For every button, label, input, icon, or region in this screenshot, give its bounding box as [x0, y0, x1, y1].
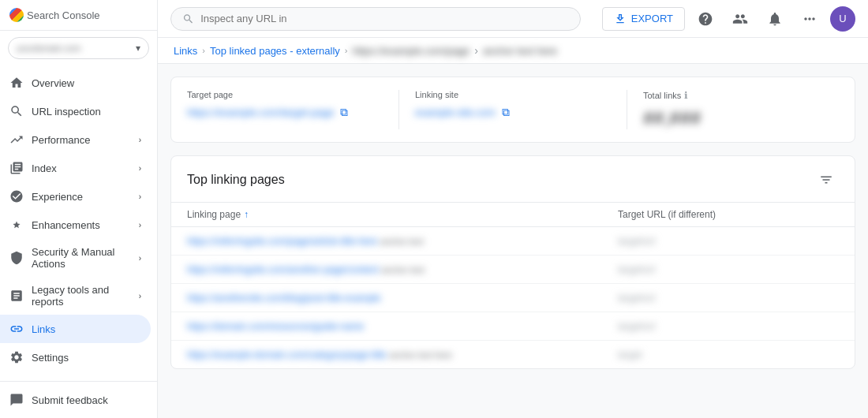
sidebar-item-url-inspection-label: URL inspection [32, 106, 101, 118]
sidebar-item-legacy-label: Legacy tools and reports [32, 284, 131, 308]
breadcrumb-links[interactable]: Links [174, 45, 197, 57]
col-header-target-url[interactable]: Target URL (if different) [618, 209, 839, 220]
search-input[interactable] [200, 13, 569, 24]
feedback-button[interactable]: Submit feedback [0, 385, 157, 415]
target-page-value-row: https://example.com/target-page ⧉ [187, 106, 383, 119]
links-icon [9, 322, 24, 336]
app-logo: Search Console [9, 8, 100, 22]
sidebar-item-experience[interactable]: Experience › [0, 182, 151, 211]
google-logo-icon [9, 8, 24, 22]
row-url-5[interactable]: https://example-domain.com/category/page… [187, 349, 387, 360]
chevron-right-icon: › [139, 136, 141, 144]
sidebar-item-security-label: Security & Manual Actions [32, 246, 131, 270]
table-title: Top linking pages [187, 173, 285, 187]
settings-icon [9, 350, 24, 364]
legacy-icon [9, 289, 24, 303]
row-link-cell: https://referringsite.com/another-page/c… [187, 263, 618, 275]
account-switcher-button[interactable] [726, 5, 754, 33]
row-target-3: target/url [618, 293, 839, 304]
export-button[interactable]: EXPORT [602, 7, 685, 31]
sidebar-item-performance-label: Performance [32, 134, 90, 146]
security-icon [9, 251, 24, 265]
sidebar-item-url-inspection[interactable]: URL inspection [0, 97, 151, 125]
feedback-label: Submit feedback [32, 394, 108, 406]
user-avatar[interactable]: U [830, 6, 855, 32]
row-sub-1: anchor text [380, 237, 423, 246]
export-label: EXPORT [631, 13, 673, 24]
sidebar: Search Console yourdomain.com ▾ Overview… [0, 0, 158, 418]
breadcrumb-arrow: › [474, 44, 478, 57]
main-content: EXPORT U Links › Top linked pages - exte… [158, 0, 868, 418]
chevron-right-icon: › [139, 221, 141, 230]
chevron-right-icon: › [139, 292, 141, 300]
breadcrumb-url: https://example.com/page [352, 45, 470, 57]
breadcrumb-sep-2: › [345, 46, 348, 55]
row-url-1[interactable]: https://referringsite.com/page/article-t… [187, 236, 377, 247]
external-link-icon[interactable]: ⧉ [340, 106, 348, 119]
sidebar-item-legacy[interactable]: Legacy tools and reports › [0, 277, 151, 315]
feedback-icon [9, 393, 24, 407]
sidebar-item-links-label: Links [32, 323, 55, 335]
app-title: Search Console [27, 9, 100, 21]
breadcrumb-sep-1: › [202, 46, 205, 55]
sidebar-item-overview[interactable]: Overview [0, 69, 151, 97]
linking-site-value: example-site.com [415, 106, 496, 118]
table-row: https://referringsite.com/another-page/c… [171, 256, 855, 284]
index-icon [9, 161, 24, 175]
col-header-linking-page[interactable]: Linking page ↑ [187, 209, 618, 220]
row-url-2[interactable]: https://referringsite.com/another-page/c… [187, 264, 379, 275]
breadcrumb: Links › Top linked pages - externally › … [158, 38, 868, 64]
topbar-actions: EXPORT U [602, 5, 855, 33]
row-url-3[interactable]: https://anothersite.com/blog/post-title-… [187, 293, 380, 304]
notifications-button[interactable] [761, 5, 789, 33]
row-sub-2: anchor text [381, 265, 424, 274]
topbar: EXPORT U [158, 0, 868, 38]
row-sub-5: anchor text here [389, 350, 452, 360]
sidebar-item-performance[interactable]: Performance › [0, 125, 151, 154]
help-button[interactable] [691, 5, 720, 33]
row-target-1: target/url [618, 236, 839, 247]
total-links-section: Total links ℹ ##,### [643, 90, 839, 129]
sidebar-item-enhancements[interactable]: Enhancements › [0, 211, 151, 239]
sidebar-item-experience-label: Experience [32, 191, 83, 203]
sort-arrow-icon: ↑ [244, 209, 249, 220]
sidebar-nav: Overview URL inspection Performance › In… [0, 65, 157, 381]
sidebar-item-links[interactable]: Links [0, 315, 151, 343]
search-icon [9, 104, 24, 118]
filter-button[interactable] [814, 167, 839, 192]
linking-site-section: Linking site example-site.com ⧉ [415, 90, 627, 129]
total-links-label: Total links ℹ [643, 90, 839, 101]
property-selector[interactable]: yourdomain.com ▾ [8, 37, 149, 59]
table-row: https://example-domain.com/category/page… [171, 341, 855, 368]
target-page-section: Target page https://example.com/target-p… [187, 90, 399, 129]
sidebar-footer: Submit feedback [0, 381, 157, 418]
sidebar-item-index[interactable]: Index › [0, 154, 151, 182]
sidebar-item-security[interactable]: Security & Manual Actions › [0, 239, 151, 277]
row-target-5: target [618, 349, 839, 360]
chevron-right-icon: › [139, 164, 141, 173]
home-icon [9, 76, 24, 90]
linking-site-label: Linking site [415, 90, 611, 99]
target-page-value: https://example.com/target-page [187, 106, 334, 118]
breadcrumb-top-linked[interactable]: Top linked pages - externally [210, 45, 340, 57]
page-content: Target page https://example.com/target-p… [158, 64, 868, 418]
sidebar-item-index-label: Index [32, 162, 57, 174]
row-link-cell: https://anothersite.com/blog/post-title-… [187, 292, 618, 304]
sidebar-header: Search Console [0, 0, 157, 31]
info-help-icon: ℹ [684, 90, 688, 101]
table-row: https://referringsite.com/page/article-t… [171, 227, 855, 256]
sidebar-item-enhancements-label: Enhancements [32, 219, 100, 231]
table-card: Top linking pages Linking page ↑ Target … [170, 155, 855, 369]
row-target-2: target/url [618, 264, 839, 275]
performance-icon [9, 132, 24, 147]
row-link-cell: https://domain.com/resources/guide-name [187, 320, 618, 332]
external-link-icon-2[interactable]: ⧉ [502, 106, 510, 119]
table-row: https://domain.com/resources/guide-name … [171, 312, 855, 341]
row-url-4[interactable]: https://domain.com/resources/guide-name [187, 321, 364, 332]
property-value: yourdomain.com [17, 43, 80, 53]
chevron-right-icon: › [139, 254, 141, 263]
table-row: https://anothersite.com/blog/post-title-… [171, 284, 855, 312]
search-bar[interactable] [170, 7, 581, 31]
sidebar-item-settings[interactable]: Settings [0, 343, 151, 371]
apps-button[interactable] [795, 5, 824, 33]
